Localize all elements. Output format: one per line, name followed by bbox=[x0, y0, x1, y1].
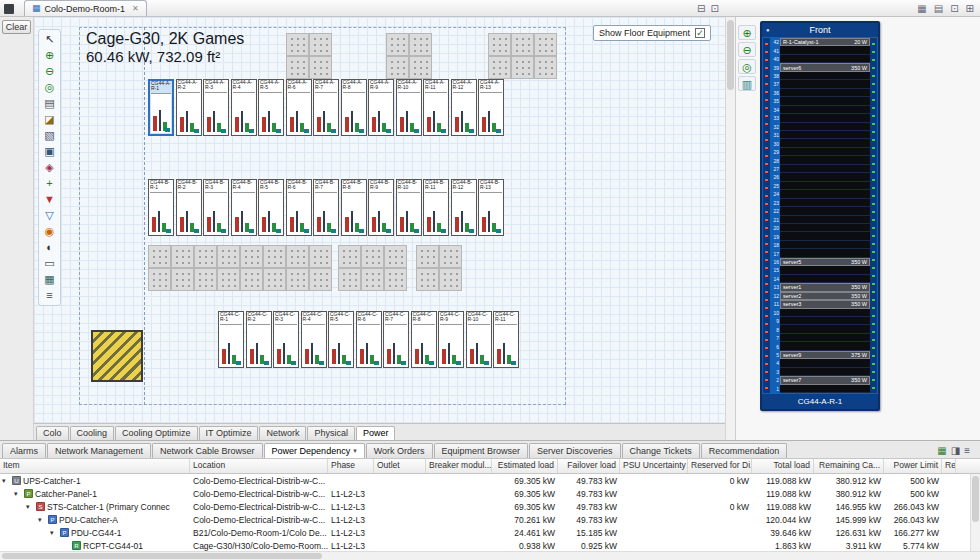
capacity-overlay-tool[interactable]: ▽ bbox=[40, 208, 59, 223]
grid-tool[interactable]: ▦ bbox=[40, 272, 59, 287]
table-row[interactable]: ▾PPDU-Catcher-AColo-Demo-Electrical-Dist… bbox=[0, 513, 970, 526]
panel-tab-server-discoveries[interactable]: Server Discoveries bbox=[529, 443, 621, 458]
perforated-tile[interactable] bbox=[286, 245, 309, 268]
floor-rack[interactable]: CG44-C-R-6 bbox=[356, 311, 382, 368]
floor-rack[interactable]: CG44-C-R-7 bbox=[383, 311, 409, 368]
grid-layout-icon[interactable]: ▦ bbox=[917, 3, 926, 14]
perforated-tile[interactable] bbox=[286, 33, 309, 56]
column-header-extra[interactable]: Re... bbox=[942, 459, 956, 473]
rack-device[interactable]: server9375 W bbox=[780, 351, 870, 359]
perforated-tile[interactable] bbox=[309, 245, 332, 268]
view-tab-cooling-optimize[interactable]: Cooling Optimize bbox=[115, 426, 198, 440]
panel-tab-change-tickets[interactable]: Change Tickets bbox=[622, 443, 700, 458]
rack-zoom-out-icon[interactable]: ⊖ bbox=[738, 42, 756, 57]
perforated-tile[interactable] bbox=[416, 245, 439, 268]
table-row[interactable]: ▾SSTS-Catcher-1 (Primary ConnecColo-Demo… bbox=[0, 500, 970, 513]
floor-rack[interactable]: CG44-A-R-3 bbox=[203, 79, 229, 136]
expand-arrow-icon[interactable]: ▾ bbox=[26, 503, 34, 511]
floor-rack[interactable]: CG44-B-R-6 bbox=[286, 179, 312, 236]
tab-dropdown-icon[interactable]: ▾ bbox=[353, 444, 357, 458]
perforated-tile[interactable] bbox=[384, 268, 407, 291]
clear-button[interactable]: Clear bbox=[2, 20, 32, 34]
table-row[interactable]: ▾PCatcher-Panel-1Colo-Demo-Electrical-Di… bbox=[0, 487, 970, 500]
maximize-view-icon[interactable]: ⊡ bbox=[710, 3, 718, 14]
floor-rack[interactable]: CG44-A-R-6 bbox=[286, 79, 312, 136]
view-tab-cooling[interactable]: Cooling bbox=[70, 426, 115, 440]
floor-rack[interactable]: CG44-C-R-1 bbox=[218, 311, 244, 368]
perforated-tile[interactable] bbox=[217, 268, 240, 291]
panel-tab-network-cable-browser[interactable]: Network Cable Browser bbox=[152, 443, 263, 458]
fill-color-tool[interactable]: ◪ bbox=[40, 112, 59, 127]
floor-rack[interactable]: CG44-B-R-9 bbox=[368, 179, 394, 236]
column-header-item[interactable]: Item bbox=[0, 459, 190, 473]
column-header-location[interactable]: Location bbox=[190, 459, 328, 473]
perforated-tile[interactable] bbox=[361, 268, 384, 291]
floor-rack[interactable]: CG44-B-R-8 bbox=[341, 179, 367, 236]
floor-rack[interactable]: CG44-B-R-11 bbox=[423, 179, 449, 236]
perforated-tile[interactable] bbox=[286, 56, 309, 79]
rack-device[interactable]: R-1-Catalyst-120 W bbox=[780, 38, 870, 46]
perforated-tile[interactable] bbox=[511, 33, 534, 56]
floor-rack[interactable]: CG44-A-R-13 bbox=[478, 79, 504, 136]
export-icon[interactable]: ◨ bbox=[951, 445, 960, 456]
perforated-tile[interactable] bbox=[534, 56, 557, 79]
perforated-tile[interactable] bbox=[309, 33, 332, 56]
column-header-breaker[interactable]: Breaker modul... bbox=[426, 459, 492, 473]
floor-rack[interactable]: CG44-B-R-13 bbox=[478, 179, 504, 236]
copy-tool[interactable]: ▣ bbox=[40, 144, 59, 159]
view-tab-colo[interactable]: Colo bbox=[36, 426, 69, 440]
floor-rack[interactable]: CG44-B-R-5 bbox=[258, 179, 284, 236]
floor-rack[interactable]: CG44-A-R-2 bbox=[176, 79, 202, 136]
floor-rack[interactable]: CG44-C-R-5 bbox=[328, 311, 354, 368]
canvas-scrollbar-thumb[interactable] bbox=[727, 20, 734, 90]
table-hscrollbar-thumb[interactable] bbox=[2, 553, 322, 559]
panel-tab-recommendation[interactable]: Recommendation bbox=[701, 443, 788, 458]
perforated-tile[interactable] bbox=[194, 245, 217, 268]
floor-rack[interactable]: CG44-A-R-12 bbox=[451, 79, 477, 136]
layers-tool[interactable]: ▤ bbox=[40, 96, 59, 111]
column-header-outlet[interactable]: Outlet bbox=[374, 459, 426, 473]
view-tab-physical[interactable]: Physical bbox=[307, 426, 355, 440]
column-header-estimated[interactable]: Estimated load bbox=[492, 459, 558, 473]
restore-window-icon[interactable]: ⊡ bbox=[950, 3, 958, 14]
perforated-tile[interactable] bbox=[148, 245, 171, 268]
floorplan-canvas[interactable]: ↖⊕⊖◎▤◪▧▣◈+▼▽◉◐▭▦≡ Cage-G30, 2K Games 60.… bbox=[34, 17, 725, 423]
floor-rack[interactable]: CG44-B-R-10 bbox=[396, 179, 422, 236]
zoom-out-tool[interactable]: ⊖ bbox=[40, 64, 59, 79]
floor-rack[interactable]: CG44-B-R-3 bbox=[203, 179, 229, 236]
minimize-view-icon[interactable]: ⊟ bbox=[697, 3, 705, 14]
perforated-tile[interactable] bbox=[534, 33, 557, 56]
perforated-tile[interactable] bbox=[416, 268, 439, 291]
table-row[interactable]: RRCPT-CG44-01Cage-G30/H30/Colo-Demo-Room… bbox=[0, 539, 970, 551]
perforated-tile[interactable] bbox=[386, 56, 409, 79]
perforated-tile[interactable] bbox=[171, 245, 194, 268]
panel-tab-work-orders[interactable]: Work Orders bbox=[366, 443, 433, 458]
perforated-tile[interactable] bbox=[439, 268, 462, 291]
panel-tab-network-management[interactable]: Network Management bbox=[47, 443, 151, 458]
perforated-tile[interactable] bbox=[384, 245, 407, 268]
floor-rack[interactable]: CG44-C-R-2 bbox=[246, 311, 272, 368]
perforated-tile[interactable] bbox=[309, 268, 332, 291]
perforated-tile[interactable] bbox=[171, 268, 194, 291]
expand-arrow-icon[interactable]: ▾ bbox=[50, 529, 58, 537]
pin-tool[interactable]: ▼ bbox=[40, 192, 59, 207]
floor-rack[interactable]: CG44-B-R-2 bbox=[176, 179, 202, 236]
floor-rack[interactable]: CG44-A-R-5 bbox=[258, 79, 284, 136]
expand-arrow-icon[interactable]: ▾ bbox=[2, 477, 10, 485]
floor-rack[interactable]: CG44-B-R-12 bbox=[451, 179, 477, 236]
rack-columns-icon[interactable]: ▥ bbox=[738, 76, 756, 91]
table-row[interactable]: ▾PPDU-CG44-1B21/Colo-Demo-Room-1/Colo De… bbox=[0, 526, 970, 539]
rack-device[interactable]: server2350 W bbox=[780, 292, 870, 300]
rack-device[interactable]: server1350 W bbox=[780, 283, 870, 291]
add-equipment-tool[interactable]: + bbox=[40, 176, 59, 191]
group-lock-tool[interactable]: ◈ bbox=[40, 160, 59, 175]
perforated-tile[interactable] bbox=[386, 33, 409, 56]
floor-rack[interactable]: CG44-B-R-7 bbox=[313, 179, 339, 236]
view-tab-network[interactable]: Network bbox=[259, 426, 306, 440]
overlay-pattern-tool[interactable]: ▧ bbox=[40, 128, 59, 143]
perforated-tile[interactable] bbox=[240, 245, 263, 268]
table-scrollbar-thumb[interactable] bbox=[972, 476, 979, 522]
floor-rack[interactable]: CG44-A-R-11 bbox=[423, 79, 449, 136]
floor-rack[interactable]: CG44-B-R-1 bbox=[148, 179, 174, 236]
zoom-window-tool[interactable]: ◎ bbox=[40, 80, 59, 95]
